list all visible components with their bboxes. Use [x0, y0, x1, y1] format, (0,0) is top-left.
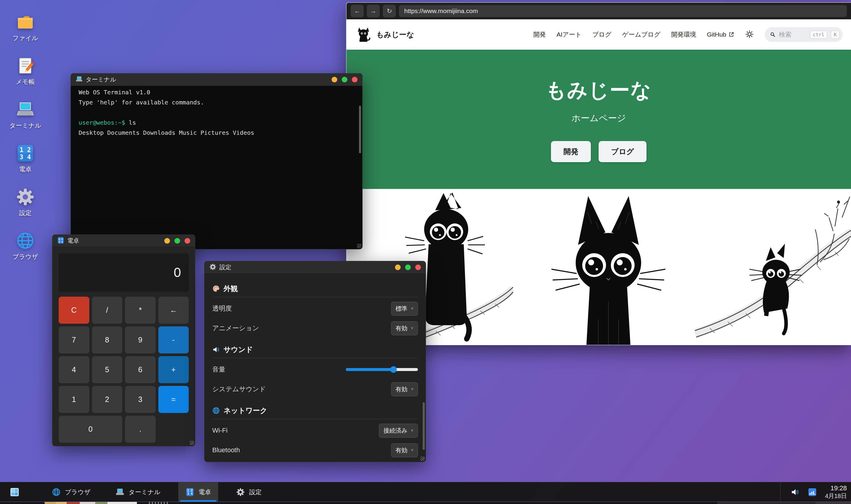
browser-toolbar: ← → ↻: [347, 3, 851, 19]
desktop-icon-calculator[interactable]: 電卓: [8, 144, 43, 174]
taskbar-item-label: ブラウザ: [65, 488, 90, 496]
terminal-ls-output: Desktop Documents Downloads Music Pictur…: [78, 128, 355, 138]
key-3[interactable]: 3: [125, 386, 156, 413]
taskbar-item-label: ターミナル: [129, 488, 160, 496]
animation-select[interactable]: 有効˅: [391, 321, 418, 335]
key-1[interactable]: 1: [59, 386, 89, 413]
multiply-button[interactable]: *: [125, 296, 156, 324]
hero-blog-button[interactable]: ブログ: [599, 141, 646, 162]
key-7[interactable]: 7: [59, 326, 89, 354]
clear-button[interactable]: C: [59, 296, 89, 324]
transparency-row: 透明度 標準˅: [212, 300, 418, 318]
backspace-button[interactable]: ←: [158, 296, 189, 324]
forward-button[interactable]: →: [367, 5, 380, 17]
key-5[interactable]: 5: [92, 356, 123, 383]
key-4[interactable]: 4: [59, 356, 89, 383]
minus-button[interactable]: -: [158, 326, 189, 354]
settings-titlebar[interactable]: 設定: [205, 261, 426, 274]
light-gray-sliver: [816, 502, 851, 504]
desktop-icon-terminal[interactable]: ターミナル: [8, 100, 43, 130]
animation-label: アニメーション: [212, 324, 259, 332]
taskbar-item-calculator[interactable]: 電卓: [178, 482, 218, 502]
taskbar: ブラウザ ターミナル 電卓 設定 19:28 4月18日: [0, 482, 851, 502]
chevron-down-icon: ˅: [411, 326, 413, 330]
reload-button[interactable]: ↻: [383, 5, 396, 17]
close-button[interactable]: [415, 265, 421, 270]
key-0[interactable]: 0: [59, 416, 122, 443]
equals-button[interactable]: =: [158, 386, 189, 413]
bluetooth-select[interactable]: 有効˅: [391, 443, 418, 457]
key-2[interactable]: 2: [92, 386, 123, 413]
terminal-resize-handle[interactable]: [357, 244, 361, 248]
github-label: GitHub: [707, 31, 726, 38]
theme-toggle-button[interactable]: [745, 30, 754, 40]
desktop-icon-files[interactable]: ファイル: [8, 13, 43, 42]
system-sound-select[interactable]: 有効˅: [391, 382, 418, 396]
wifi-row: Wi-Fi 接続済み˅: [212, 421, 418, 439]
desktop-icon-browser[interactable]: ブラウザ: [8, 231, 43, 261]
settings-resize-handle[interactable]: [420, 456, 425, 461]
start-button[interactable]: [4, 482, 25, 502]
key-9[interactable]: 9: [125, 326, 156, 354]
settings-scrollbar[interactable]: [423, 402, 425, 450]
globe-icon: [52, 488, 61, 497]
plus-button[interactable]: +: [158, 356, 189, 383]
maximize-button[interactable]: [174, 238, 180, 244]
volume-label: 音量: [212, 365, 225, 374]
terminal-window: ターミナル Web OS Terminal v1.0 Type 'help' f…: [71, 73, 362, 249]
volume-slider[interactable]: [346, 368, 418, 371]
terminal-output[interactable]: Web OS Terminal v1.0 Type 'help' for ava…: [71, 86, 362, 249]
hero-dev-button[interactable]: 開発: [551, 141, 591, 162]
taskbar-item-browser[interactable]: ブラウザ: [45, 482, 97, 502]
nav-link-dev-env[interactable]: 開発環境: [671, 30, 696, 39]
key-8[interactable]: 8: [92, 326, 123, 354]
minimize-button[interactable]: [164, 238, 170, 244]
laptop-icon: [116, 488, 124, 497]
maximize-button[interactable]: [342, 77, 348, 83]
volume-fill: [346, 368, 393, 371]
site-navbar: もみじーな 開発 AIアート ブログ ゲームブログ 開発環境 GitHub ct…: [347, 19, 851, 50]
calculator-keypad: C / * ← 7 8 9 - 4 5 6 + 1 2 3 = 0 .: [59, 296, 189, 443]
settings-title: 設定: [219, 263, 231, 271]
wifi-select[interactable]: 接続済み˅: [379, 424, 418, 438]
volume-thumb[interactable]: [390, 366, 397, 373]
hero-subtitle: ホームページ: [571, 112, 626, 124]
desktop-icon-label: 設定: [19, 209, 32, 217]
speaker-icon[interactable]: [791, 488, 799, 497]
site-brand[interactable]: もみじーな: [355, 26, 414, 43]
back-button[interactable]: ←: [351, 5, 364, 17]
laptop-icon: [76, 76, 83, 84]
bluetooth-row: Bluetooth 有効˅: [212, 441, 418, 459]
nav-link-github[interactable]: GitHub: [707, 31, 734, 38]
transparency-select[interactable]: 標準˅: [391, 302, 418, 316]
search-input[interactable]: [779, 31, 806, 38]
calculator-titlebar[interactable]: 電卓: [52, 235, 195, 247]
dot-button[interactable]: .: [125, 416, 156, 443]
site-search[interactable]: ctrl K: [765, 27, 843, 42]
taskbar-item-settings[interactable]: 設定: [229, 482, 269, 502]
desktop-icon-notepad[interactable]: メモ帳: [8, 56, 43, 86]
close-button[interactable]: [184, 238, 190, 244]
chevron-down-icon: ˅: [411, 306, 413, 311]
nav-link-dev[interactable]: 開発: [533, 30, 546, 39]
taskbar-item-terminal[interactable]: ターミナル: [108, 482, 167, 502]
desktop-icon-settings[interactable]: 設定: [8, 187, 43, 217]
nav-link-game-blog[interactable]: ゲームブログ: [622, 30, 660, 39]
nav-link-ai-art[interactable]: AIアート: [556, 30, 582, 39]
url-bar[interactable]: [399, 5, 847, 17]
volume-row: 音量: [212, 361, 418, 378]
nav-link-blog[interactable]: ブログ: [592, 30, 611, 39]
terminal-titlebar[interactable]: ターミナル: [71, 73, 362, 86]
calculator-resize-handle[interactable]: [190, 440, 194, 445]
minimize-button[interactable]: [395, 265, 401, 270]
key-6[interactable]: 6: [125, 356, 156, 383]
calculator-icon: [16, 144, 35, 163]
terminal-scrollbar[interactable]: [359, 106, 361, 153]
maximize-button[interactable]: [405, 265, 411, 270]
divide-button[interactable]: /: [92, 296, 123, 324]
minimize-button[interactable]: [332, 77, 337, 83]
chevron-down-icon: ˅: [411, 428, 413, 433]
network-section-header: ネットワーク: [212, 406, 418, 415]
signal-icon[interactable]: [808, 488, 817, 497]
close-button[interactable]: [352, 77, 357, 83]
